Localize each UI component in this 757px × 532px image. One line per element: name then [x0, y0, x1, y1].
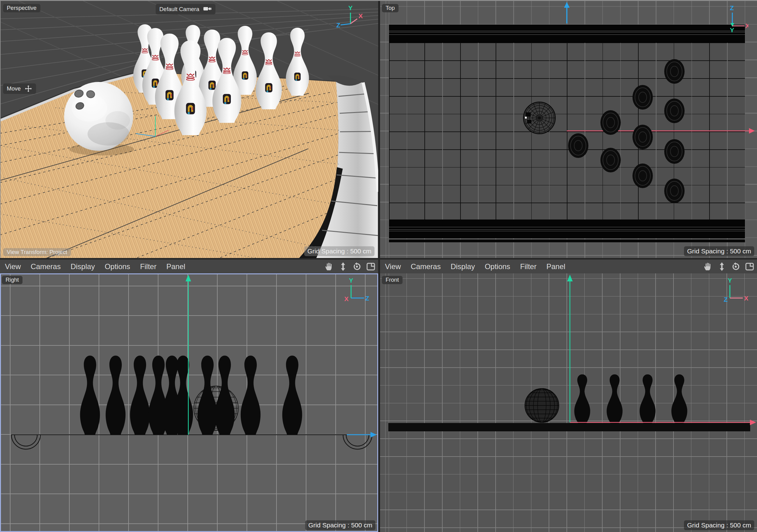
pan-hand-icon[interactable]	[324, 262, 334, 271]
menu-cameras[interactable]: Cameras	[31, 262, 61, 271]
menubar-right-viewport: ViewCamerasDisplayOptionsFilterPanel	[0, 260, 378, 273]
camera-label[interactable]: Default Camera	[156, 4, 215, 14]
menu-filter[interactable]: Filter	[140, 262, 156, 271]
svg-text:X: X	[744, 294, 748, 302]
viewport-front[interactable]: Front Grid Spacing : 500 cm Y X Z	[380, 273, 757, 532]
viewport-divider-vertical-bottom[interactable]	[378, 273, 380, 532]
bowling-pin[interactable]	[632, 125, 653, 149]
bowling-pin[interactable]	[286, 28, 309, 96]
layout-toggle-icon[interactable]	[366, 262, 376, 271]
menu-icons	[324, 262, 376, 271]
menu-panel[interactable]: Panel	[167, 262, 185, 271]
rotate-icon[interactable]	[352, 262, 362, 271]
bowling-pin[interactable]	[215, 355, 234, 435]
menu-display[interactable]: Display	[451, 262, 475, 271]
viewport-perspective[interactable]: Perspective Default Camera Move View Tra…	[0, 1, 378, 258]
application-window: Perspective Default Camera Move View Tra…	[0, 0, 757, 532]
viewport-label-top[interactable]: Top	[382, 4, 399, 12]
menubar-front-viewport: ViewCamerasDisplayOptionsFilterPanel	[380, 260, 757, 273]
bowling-pin[interactable]	[664, 59, 684, 84]
viewport-top[interactable]: Top Grid Spacing : 500 cm Z Y X	[380, 1, 757, 258]
pan-hand-icon[interactable]	[703, 262, 713, 271]
bowling-pin[interactable]	[664, 179, 684, 203]
top-scene	[380, 1, 757, 258]
grid-spacing-front: Grid Spacing : 500 cm	[684, 520, 754, 530]
lane-front-edge	[388, 423, 750, 431]
bowling-ball-perspective[interactable]	[64, 82, 133, 151]
svg-text:Y: Y	[348, 4, 352, 12]
front-scene	[380, 273, 757, 532]
svg-text:Y: Y	[730, 26, 734, 33]
menu-options[interactable]: Options	[485, 262, 510, 271]
menu-items: ViewCamerasDisplayOptionsFilterPanel	[0, 262, 324, 271]
menu-row: ViewCamerasDisplayOptionsFilterPanel Vie…	[0, 258, 757, 273]
grid-spacing-right: Grid Spacing : 500 cm	[305, 520, 376, 530]
grid-spacing-top: Grid Spacing : 500 cm	[684, 246, 754, 256]
svg-text:Z: Z	[724, 296, 728, 303]
svg-text:X: X	[745, 22, 748, 29]
axis-gizmo-top: Z Y X	[717, 3, 748, 33]
move-icon	[24, 85, 32, 93]
bowling-pin[interactable]	[600, 110, 621, 135]
bowling-pin[interactable]	[568, 133, 589, 158]
bowling-pin[interactable]	[106, 355, 125, 435]
rotate-icon[interactable]	[731, 262, 741, 271]
axis-gizmo-perspective: Y Z X	[336, 4, 367, 30]
bowling-pin[interactable]	[197, 355, 217, 435]
axis-gizmo-right: Y Z X	[336, 276, 370, 307]
bowling-pin[interactable]	[632, 85, 653, 110]
bowling-pin[interactable]	[130, 355, 150, 435]
view-transform-label: View Transform: Project	[3, 248, 71, 257]
viewport-right[interactable]: Right Grid Spacing : 500 cm Y Z X	[0, 273, 378, 532]
bowling-pin[interactable]	[574, 374, 590, 424]
bowling-ball-front[interactable]	[525, 388, 559, 422]
viewport-label-right[interactable]: Right	[2, 276, 22, 284]
camera-icon	[202, 5, 212, 13]
layout-toggle-icon[interactable]	[745, 262, 755, 271]
bowling-pin[interactable]	[600, 148, 621, 172]
bowling-pin[interactable]	[640, 374, 655, 424]
gutter-cross-sections	[12, 435, 372, 449]
svg-text:Y: Y	[728, 277, 732, 284]
svg-text:X: X	[358, 12, 363, 19]
zoom-updown-icon[interactable]	[717, 262, 727, 271]
bowling-pin[interactable]	[664, 98, 684, 123]
tool-label-move[interactable]: Move	[3, 83, 36, 94]
menu-display[interactable]: Display	[71, 262, 95, 271]
bowling-pin[interactable]	[607, 374, 622, 424]
bowling-ball-top[interactable]	[523, 102, 556, 134]
viewport-label-perspective[interactable]: Perspective	[3, 4, 40, 12]
grid-spacing-perspective: Grid Spacing : 500 cm	[304, 246, 375, 256]
svg-text:Z: Z	[365, 294, 369, 302]
bowling-pin[interactable]	[282, 355, 302, 435]
window-top-edge	[0, 0, 757, 1]
bowling-pin[interactable]	[256, 32, 282, 109]
menu-icons	[703, 262, 755, 271]
bowling-pins-right[interactable]	[80, 355, 302, 435]
svg-text:X: X	[344, 295, 348, 302]
bowling-pin[interactable]	[80, 355, 100, 435]
viewport-divider-vertical-top[interactable]	[378, 0, 380, 258]
bowling-pin[interactable]	[664, 139, 684, 164]
svg-text:Z: Z	[336, 21, 340, 29]
menu-view[interactable]: View	[385, 262, 401, 271]
bowling-pin[interactable]	[671, 374, 687, 424]
bowling-pin[interactable]	[241, 355, 260, 435]
axis-gizmo-front: Y X Z	[714, 276, 748, 307]
menu-items: ViewCamerasDisplayOptionsFilterPanel	[380, 262, 703, 271]
svg-text:Z: Z	[730, 4, 734, 12]
perspective-scene	[0, 1, 378, 258]
menu-view[interactable]: View	[5, 262, 21, 271]
menu-options[interactable]: Options	[105, 262, 130, 271]
menu-cameras[interactable]: Cameras	[411, 262, 441, 271]
bowling-pin[interactable]	[632, 163, 653, 188]
window-left-edge	[0, 1, 1, 258]
bowling-pins-front[interactable]	[574, 374, 687, 424]
menu-filter[interactable]: Filter	[520, 262, 536, 271]
menu-panel[interactable]: Panel	[546, 262, 565, 271]
zoom-updown-icon[interactable]	[338, 262, 348, 271]
viewport-label-front[interactable]: Front	[382, 276, 403, 284]
right-scene	[0, 273, 378, 532]
svg-text:Y: Y	[349, 277, 353, 284]
